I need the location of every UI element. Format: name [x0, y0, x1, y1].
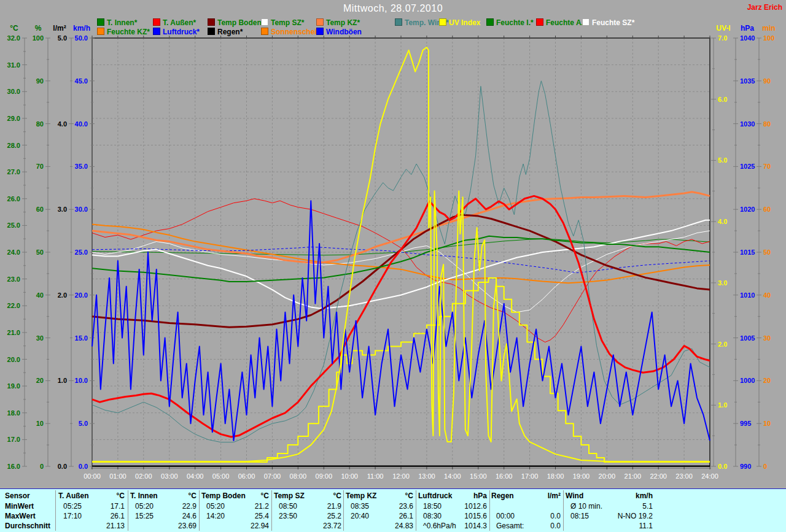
axis-tick-label: 1035 — [740, 77, 755, 85]
axis-tick-label: 26.0 — [7, 195, 20, 202]
axis-tick-label: 990 — [740, 463, 751, 470]
axis-tick-label: 70 — [36, 163, 44, 170]
column-unit: l/m² — [491, 492, 561, 500]
column-unit: °C — [201, 492, 269, 500]
axis-tick-label: 1.0 — [718, 401, 727, 409]
x-axis-label: 16:00 — [496, 472, 513, 480]
table-separator — [416, 490, 416, 531]
table-value: 25.4 — [201, 512, 269, 520]
axis-tick-label: 10 — [763, 420, 771, 427]
table-value: 17.1 — [58, 502, 125, 511]
axis-tick-label: 30.0 — [75, 206, 88, 213]
axis-tick-label: 5.0 — [58, 34, 67, 42]
row-label: Durchschnitt — [5, 522, 50, 530]
axis-tick-label: 40 — [763, 291, 771, 299]
x-axis-label: 02:00 — [135, 472, 152, 480]
axis-tick-label: 40 — [36, 291, 44, 299]
table-separator — [489, 490, 490, 531]
table-value: 26.1 — [58, 512, 125, 520]
axis-tick-label: 1010 — [740, 291, 755, 299]
axis-tick-label: 27.0 — [7, 168, 20, 175]
x-axis-label: 14:00 — [444, 472, 461, 480]
table-value: 23.72 — [274, 522, 341, 530]
axis-tick-label: 3.0 — [718, 279, 727, 287]
x-axis-label: 24:00 — [701, 472, 718, 480]
axis-tick-label: 20 — [763, 377, 771, 384]
axis-tick-label: 100 — [33, 34, 44, 42]
axis-title-hum_pct: % — [35, 24, 42, 33]
axis-tick-label: 10 — [36, 420, 44, 427]
axis-tick-label: 20.0 — [75, 291, 88, 299]
x-axis-label: 04:00 — [187, 472, 204, 480]
x-axis-label: 21:00 — [625, 472, 642, 480]
axis-title-hpa: hPa — [741, 24, 754, 33]
x-axis-label: 11:00 — [367, 472, 384, 480]
table-value: 22.9 — [130, 502, 196, 511]
table-value: 0.0 — [491, 512, 561, 520]
axis-tick-label: 29.0 — [7, 115, 20, 122]
x-axis-label: 07:00 — [264, 472, 281, 480]
axis-tick-label: 35.0 — [75, 163, 88, 170]
axis-tick-label: 2.0 — [58, 291, 67, 299]
axis-tick-label: 50.0 — [75, 34, 88, 42]
table-value: 1015.6 — [418, 512, 487, 520]
axis-tick-label: 5.0 — [79, 420, 88, 427]
axis-tick-label: 21.0 — [7, 329, 20, 336]
axis-tick-label: 22.0 — [7, 302, 20, 309]
axis-tick-label: 100 — [763, 34, 774, 42]
axis-tick-label: 23.0 — [7, 276, 20, 283]
table-separator — [271, 490, 272, 531]
axis-title-rain_lm2: l/m² — [53, 24, 66, 33]
axis-tick-label: 1005 — [740, 334, 755, 342]
axis-tick-label: 70 — [763, 163, 771, 170]
column-unit: hPa — [418, 492, 487, 500]
x-axis-label: 01:00 — [109, 472, 126, 480]
axis-tick-label: 7.0 — [718, 34, 727, 42]
table-value: 21.2 — [201, 502, 269, 511]
column-unit: °C — [346, 492, 413, 500]
axis-tick-label: 30.0 — [7, 88, 20, 95]
axis-tick-label: 50 — [36, 249, 44, 256]
axis-tick-label: 31.0 — [7, 61, 20, 69]
axis-tick-label: 90 — [36, 77, 44, 85]
x-axis-label: 13:00 — [418, 472, 435, 480]
axis-tick-label: 90 — [763, 77, 771, 85]
column-unit: °C — [130, 492, 196, 500]
axis-title-uv: UV-I — [716, 24, 730, 33]
x-axis-label: 12:00 — [392, 472, 410, 480]
x-axis-label: 03:00 — [161, 472, 178, 480]
axis-tick-label: 995 — [740, 420, 751, 427]
axis-tick-label: 3.0 — [58, 206, 67, 213]
column-unit: °C — [274, 492, 341, 500]
axis-tick-label: 0.0 — [718, 463, 727, 470]
axis-tick-label: 30 — [36, 334, 44, 342]
table-value: 11.1 — [566, 522, 653, 530]
x-axis-label: 17:00 — [521, 472, 539, 480]
axis-tick-label: 17.0 — [7, 436, 20, 443]
table-value: 1012.6 — [418, 502, 487, 511]
axis-tick-label: 4.0 — [58, 120, 67, 128]
axis-tick-label: 2.0 — [718, 341, 727, 348]
x-axis-label: 18:00 — [547, 472, 564, 480]
axis-tick-label: 80 — [36, 120, 44, 128]
axis-tick-label: 80 — [763, 120, 771, 128]
table-separator — [563, 490, 564, 531]
axis-title-temp_c: °C — [10, 24, 18, 33]
axis-tick-label: 60 — [36, 206, 44, 213]
axis-tick-label: 20 — [36, 377, 44, 384]
axis-title-min: min — [762, 24, 775, 33]
series-windböen — [92, 201, 710, 441]
axis-tick-label: 4.0 — [718, 218, 727, 225]
table-value: 23.69 — [130, 522, 196, 530]
x-axis-label: 15:00 — [470, 472, 487, 480]
axis-tick-label: 19.0 — [7, 382, 20, 390]
axis-tick-label: 0.0 — [79, 463, 88, 470]
axis-title-wind_kmh: km/h — [73, 24, 90, 33]
axis-tick-label: 1000 — [740, 377, 755, 384]
row-label: MaxWert — [5, 512, 36, 520]
table-value: 5.1 — [566, 502, 653, 511]
axis-tick-label: 5.0 — [718, 156, 727, 164]
x-axis-label: 19:00 — [573, 472, 590, 480]
axis-tick-label: 0.0 — [58, 463, 67, 470]
axis-tick-label: 1025 — [740, 163, 755, 170]
